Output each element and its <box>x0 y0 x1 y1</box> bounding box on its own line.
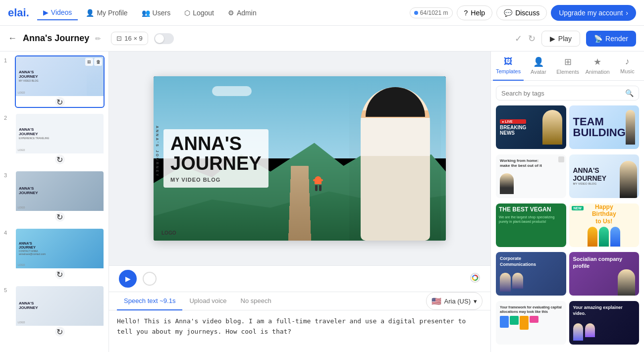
slide-logo-text: LOGO <box>18 321 25 324</box>
slide-thumbnail[interactable]: ANNA'SJOURNEY LOGO ↻ <box>15 285 105 338</box>
template-card-annas-journey[interactable]: ANNA'SJOURNEY MY VIDEO BLOG <box>569 154 640 198</box>
help-button[interactable]: ? Help <box>457 5 493 20</box>
slide-preview: ⊞ 🗑 ANNA'SJOURNEY MY VIDEO BLOG LOGO <box>16 56 104 96</box>
tab-elements[interactable]: ⊞ Elements <box>553 51 582 81</box>
video-canvas[interactable]: ANNA'SJOURNEY MY VIDEO BLOG LOGO ANNA'S … <box>154 76 446 241</box>
nav-users[interactable]: 👥 Users <box>136 6 177 20</box>
slide-delete-icon[interactable]: 🗑 <box>94 58 102 66</box>
canvas-vertical-text: ANNA'S JOURNEY <box>156 126 159 177</box>
slides-panel: 1 ⊞ 🗑 ANNA'SJOURNEY MY VIDEO BLOG LOGO ↻ <box>0 51 109 352</box>
svg-point-0 <box>471 273 480 282</box>
render-button[interactable]: 📡 Render <box>586 31 636 47</box>
slide-item[interactable]: 3 ANNA'SJOURNEY LOGO ↻ <box>4 170 105 223</box>
template-search-input[interactable] <box>501 90 622 97</box>
title-text-block[interactable]: ANNA'SJOURNEY MY VIDEO BLOG <box>163 129 268 188</box>
music-icon: ♪ <box>625 56 630 67</box>
usage-indicator: 64/1021 m <box>410 7 453 18</box>
profile-icon: 👤 <box>86 9 94 17</box>
template-card-framework[interactable]: Your framework for evaluating capital al… <box>496 301 566 345</box>
nav-admin[interactable]: ⚙ Admin <box>222 6 263 20</box>
template-card-team-building[interactable]: TEAMBUILDING <box>569 105 640 149</box>
template-search-bar: 🔍 <box>496 86 639 101</box>
slide-thumbnail[interactable]: ANNA'SJOURNEY EXPERIENCE TRAVELING LOGO … <box>15 113 105 165</box>
sub-header: ← Anna's Journey ✏ ⊡ 16 × 9 ✓ ↻ ▶ Play 📡… <box>0 26 644 51</box>
nav-videos[interactable]: ▶ Videos <box>37 5 78 20</box>
slide-thumbnail[interactable]: ANNA'SJOURNEY CONTACT ANNAannatrave@cont… <box>15 228 105 280</box>
nav-my-profile[interactable]: 👤 My Profile <box>80 6 133 20</box>
template-card-breaking-news[interactable]: ● LIVE BREAKINGNEWS <box>496 105 566 149</box>
tab-animation[interactable]: ★ Animation <box>583 51 613 81</box>
slide-title-text: ANNA'SJOURNEY <box>19 70 38 79</box>
slide-copy-icon[interactable]: ⊞ <box>85 58 93 66</box>
top-navigation: elai. ▶ Videos 👤 My Profile 👥 Users ⬡ Lo… <box>0 0 644 26</box>
aspect-ratio-button[interactable]: ⊡ 16 × 9 <box>111 32 148 45</box>
slide-refresh-button[interactable]: ↻ <box>55 212 65 222</box>
slide-sub-text: EXPERIENCE TRAVELING <box>19 137 50 140</box>
templates-icon: 🖼 <box>504 56 513 67</box>
slide-refresh-button[interactable]: ↻ <box>55 154 65 164</box>
journey-person <box>620 161 637 198</box>
slide-thumbnail[interactable]: ⊞ 🗑 ANNA'SJOURNEY MY VIDEO BLOG LOGO ↻ <box>15 55 105 108</box>
corporate-person <box>500 273 511 292</box>
breaking-news-label: BREAKINGNEWS <box>500 125 526 136</box>
slide-thumbnail[interactable]: ANNA'SJOURNEY LOGO ↻ <box>15 170 105 223</box>
play-icon: ▶ <box>550 35 555 43</box>
team-building-person <box>626 110 635 145</box>
tab-music[interactable]: ♪ Music <box>613 51 642 81</box>
template-card-happy-birthday[interactable]: NEW HappyBirthdayto Us! <box>569 203 640 247</box>
discuss-button[interactable]: 💬 Discuss <box>496 5 547 20</box>
right-panel: 🖼 Templates 👤 Avatar ⊞ Elements ★ Animat… <box>490 51 644 352</box>
slide-item[interactable]: 4 ANNA'SJOURNEY CONTACT ANNAannatrave@co… <box>4 228 105 280</box>
slide-item[interactable]: 2 ANNA'SJOURNEY EXPERIENCE TRAVELING LOG… <box>4 113 105 165</box>
toggle-knob <box>155 34 164 43</box>
discuss-icon: 💬 <box>504 9 512 17</box>
slide-refresh-button[interactable]: ↻ <box>55 97 65 107</box>
template-card-corporate[interactable]: CorporateCommunications <box>496 252 566 296</box>
refresh-icon[interactable]: ↻ <box>528 33 536 44</box>
play-button[interactable]: ▶ Play <box>541 31 580 47</box>
animation-icon: ★ <box>593 56 601 67</box>
framework-bar <box>530 316 538 323</box>
slide-preview: ANNA'SJOURNEY EXPERIENCE TRAVELING LOGO <box>16 114 104 153</box>
journey-template-sub: MY VIDEO BLOG <box>573 182 607 185</box>
hiker-figure <box>315 176 322 191</box>
tab-no-speech[interactable]: No speech <box>234 292 278 310</box>
preview-toggle[interactable] <box>154 33 174 44</box>
corporate-person <box>512 273 523 289</box>
tab-avatar[interactable]: 👤 Avatar <box>524 51 553 81</box>
playback-play-button[interactable]: ▶ <box>119 270 137 288</box>
slide-sub-text: CONTACT ANNAannatrave@contact.com <box>19 250 46 255</box>
framework-bar <box>510 316 519 325</box>
speech-text-input[interactable]: Hello! This is Anna's video blog. I am a… <box>109 310 490 350</box>
cloud-decoration <box>212 86 252 96</box>
loop-button[interactable] <box>143 272 157 286</box>
nav-logout[interactable]: ⬡ Logout <box>178 6 220 20</box>
project-title: Anna's Journey <box>23 33 89 44</box>
logo: elai. <box>8 6 29 19</box>
slide-item[interactable]: 1 ⊞ 🗑 ANNA'SJOURNEY MY VIDEO BLOG LOGO ↻ <box>4 55 105 108</box>
birthday-figure <box>599 227 609 247</box>
search-icon: 🔍 <box>625 89 634 97</box>
slide-number: 2 <box>4 113 11 121</box>
breaking-news-person <box>542 110 562 145</box>
edit-title-icon[interactable]: ✏ <box>95 35 101 43</box>
slide-refresh-button[interactable]: ↻ <box>55 269 65 279</box>
tab-speech-text[interactable]: Speech text ~9.1s <box>117 292 182 310</box>
slide-logo-text: LOGO <box>18 263 25 266</box>
tab-templates[interactable]: 🖼 Templates <box>493 51 524 81</box>
tab-upload-voice[interactable]: Upload voice <box>182 292 233 310</box>
slide-logo-text: LOGO <box>18 149 25 151</box>
template-card-best-vegan[interactable]: THE BEST VEGAN We are the largest shop s… <box>496 203 566 247</box>
slide-item[interactable]: 5 ANNA'SJOURNEY LOGO ↻ <box>4 285 105 338</box>
back-button[interactable]: ← <box>8 33 17 44</box>
scene-background: ANNA'SJOURNEY MY VIDEO BLOG LOGO ANNA'S … <box>154 76 446 241</box>
help-icon: ? <box>464 9 468 17</box>
slide-refresh-button[interactable]: ↻ <box>55 327 65 337</box>
voice-selector[interactable]: 🇺🇸 Aria (US) ▾ <box>426 292 483 310</box>
template-card-wfh[interactable]: Working from home:make the best out of i… <box>496 154 566 198</box>
template-card-socialian[interactable]: Socialian company profile <box>569 252 640 296</box>
framework-bar <box>520 316 529 330</box>
upgrade-button[interactable]: Upgrade my account › <box>551 5 636 21</box>
vegan-title: THE BEST VEGAN <box>499 206 563 213</box>
template-card-explainer[interactable]: Your amazing explainer video. <box>569 301 640 345</box>
